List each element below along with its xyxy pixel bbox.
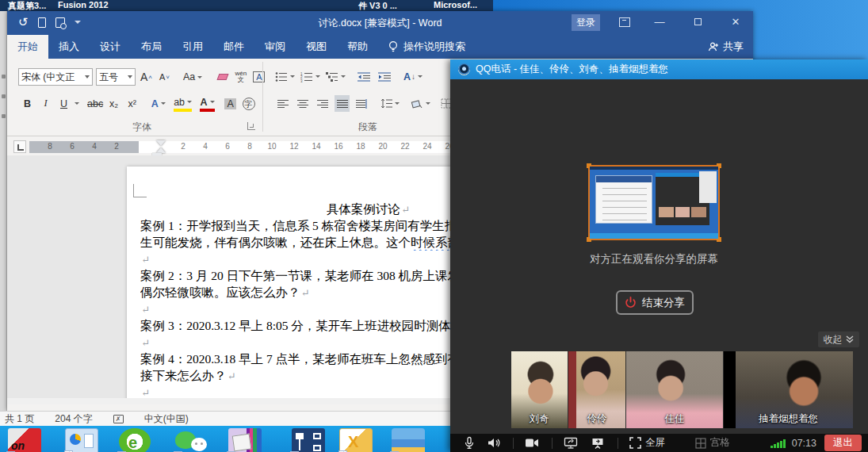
multilevel-list-button[interactable] [326, 68, 346, 85]
distribute-button[interactable] [354, 95, 369, 112]
doc-line: ↵ [140, 251, 457, 267]
wechat-icon[interactable] [175, 428, 208, 452]
end-share-button[interactable]: 结束分享 [616, 290, 694, 315]
tab-home[interactable]: 开始 [7, 35, 48, 59]
microphone-button[interactable] [463, 436, 476, 450]
ribbon-display-options-icon[interactable] [619, 17, 630, 27]
clear-formatting-button[interactable] [215, 69, 230, 86]
participant-video[interactable]: 刘奇 [511, 351, 568, 428]
tab-layout[interactable]: 布局 [131, 35, 172, 59]
font-name-combo[interactable]: 宋体 (中文正 [18, 68, 93, 86]
fullscreen-button[interactable]: 全屏 [629, 436, 665, 450]
doc-line: 案例 2：3 月 20 日下午第一节课，某老师在 308 机房上课发现班 [140, 267, 457, 284]
strikethrough-button[interactable]: abc [87, 95, 103, 112]
ruler-margin-area: 8 6 4 2 [29, 141, 139, 153]
tab-selector[interactable] [13, 140, 26, 153]
screen-share-preview[interactable] [588, 165, 720, 240]
presentation-app-icon[interactable] [65, 428, 98, 452]
share-button[interactable]: 共享 [708, 35, 744, 59]
sort-button[interactable]: A↓ [403, 68, 423, 85]
bg-window-title[interactable]: 件 V3 0 ... [358, 0, 397, 11]
speaker-button[interactable] [487, 437, 500, 449]
qq-call-title: QQ电话 - 佳佳、伶伶、刘奇、抽着烟想着您 [476, 63, 668, 76]
font-color-button[interactable]: A [200, 95, 215, 112]
paragraph-group-label: 段落 [320, 121, 415, 134]
bg-window-title[interactable]: Fusion 2012 [58, 0, 109, 10]
participant-video[interactable]: 伶伶 [568, 351, 625, 428]
bold-button[interactable]: B [20, 95, 35, 112]
proofing-errors-icon[interactable]: ✗ [113, 415, 124, 423]
webcam-icon [458, 63, 470, 75]
tab-insert[interactable]: 插入 [48, 35, 90, 59]
shading-button[interactable] [411, 95, 430, 112]
align-left-button[interactable] [275, 95, 290, 112]
minimize-button[interactable]: — [651, 14, 668, 31]
align-center-button[interactable] [295, 95, 310, 112]
hanging-indent-marker[interactable] [156, 147, 166, 153]
shrink-font-button[interactable]: A˅ [157, 69, 172, 86]
italic-button[interactable]: I [38, 95, 53, 112]
qq-titlebar[interactable]: QQ电话 - 佳佳、伶伶、刘奇、抽着烟想着您 [450, 59, 868, 79]
sign-in-button[interactable]: 登录 [572, 14, 600, 31]
screen-share-button[interactable] [564, 437, 578, 450]
change-case-button[interactable]: Aa [183, 69, 202, 86]
document-text[interactable]: 具体案例讨论↵ 案例 1：开学报到当天，信息系 5 栋宿舍楼某房间有学生报告宿 … [140, 201, 457, 404]
flowchart-app-icon[interactable] [292, 428, 325, 452]
participant-name: 伶伶 [568, 412, 625, 426]
participant-name: 刘奇 [511, 412, 568, 426]
tab-mailings[interactable]: 邮件 [213, 35, 254, 59]
folders-icon[interactable] [392, 428, 425, 452]
subscript-button[interactable]: x₂ [106, 95, 121, 112]
doc-title-line: 具体案例讨论↵ [140, 201, 457, 217]
tab-references[interactable]: 引用 [172, 35, 213, 59]
tab-design[interactable]: 设计 [90, 35, 131, 59]
close-button[interactable]: ✕ [727, 14, 744, 31]
phonetic-guide-button[interactable]: wén文 [233, 69, 248, 86]
participant-video[interactable]: 抽着烟想着您 [724, 351, 853, 428]
fusion-app-icon[interactable]: on [8, 428, 41, 452]
align-right-button[interactable] [315, 95, 330, 112]
xmind-app-icon[interactable]: X [339, 428, 373, 452]
doc-line: 生可能发烧，伴有偶尔咳嗽，还在床上休息。这个时候系部该怎 [140, 234, 457, 251]
bullets-button[interactable] [275, 68, 295, 85]
font-dialog-launcher[interactable] [247, 122, 255, 130]
bg-window-title[interactable]: Microsof... [434, 0, 477, 10]
bg-window-title[interactable]: 真题第3... [8, 0, 46, 11]
character-shading-button[interactable]: A [223, 95, 238, 112]
font-size-combo[interactable]: 五号 [96, 68, 136, 86]
text-boundary-corner-mark [133, 184, 147, 197]
enclose-characters-button[interactable]: 字 [241, 95, 256, 112]
camera-button[interactable] [525, 438, 539, 448]
line-spacing-button[interactable] [380, 95, 400, 112]
tab-help[interactable]: 帮助 [337, 35, 378, 59]
signal-strength-icon [770, 439, 786, 448]
language-indicator[interactable]: 中文(中国) [144, 412, 189, 426]
background-window-titles: 真题第3... Fusion 2012 件 V3 0 ... Microsof.… [0, 0, 493, 11]
first-line-indent-marker[interactable] [156, 140, 166, 146]
decrease-indent-button[interactable] [356, 68, 371, 85]
tab-review[interactable]: 审阅 [254, 35, 296, 59]
text-effects-button[interactable]: A [151, 95, 166, 112]
tell-me-search[interactable]: 操作说明搜索 [378, 35, 465, 59]
increase-indent-button[interactable] [377, 68, 392, 85]
browser-icon[interactable]: e [119, 428, 151, 452]
highlight-color-button[interactable]: ab [174, 95, 192, 112]
exit-call-button[interactable]: 退出 [824, 435, 862, 451]
collapse-button[interactable]: 收起 [818, 331, 859, 347]
justify-button[interactable] [335, 95, 350, 112]
character-border-button[interactable]: A [251, 69, 266, 86]
numbering-button[interactable]: 123 [300, 68, 320, 85]
grow-font-button[interactable]: A˄ [139, 69, 154, 86]
maximize-button[interactable] [689, 14, 706, 31]
word-count[interactable]: 204 个字 [55, 412, 92, 426]
superscript-button[interactable]: x² [124, 95, 140, 112]
tab-view[interactable]: 视图 [296, 35, 337, 59]
page-count[interactable]: 共 1 页 [5, 412, 34, 426]
doc-line: ↵ [140, 301, 457, 317]
notebook-app-icon[interactable] [228, 428, 262, 452]
grid-view-button[interactable]: 宫格 [695, 436, 730, 450]
underline-dropdown-icon[interactable] [75, 102, 79, 105]
presentation-share-button[interactable] [591, 437, 605, 450]
participant-video[interactable]: 佳佳 [626, 351, 723, 428]
underline-button[interactable]: U [56, 95, 71, 112]
